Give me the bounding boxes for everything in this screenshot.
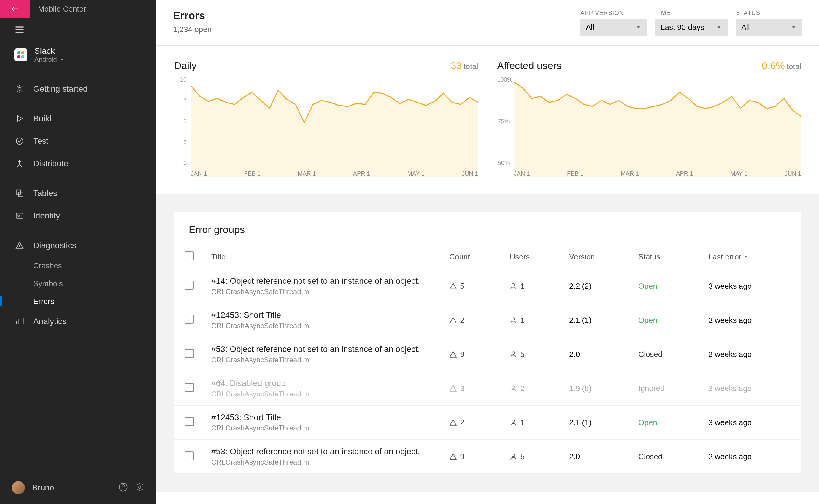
filter-bar: APP VERSION All TIME Last 90 days STATUS… [580, 9, 802, 36]
row-count: 9 [449, 452, 495, 461]
col-last[interactable]: Last error [701, 245, 801, 269]
filter-label-status: STATUS [736, 9, 802, 16]
filter-label-time: TIME [655, 9, 728, 16]
chevron-down-icon [716, 24, 722, 31]
col-version[interactable]: Version [562, 245, 631, 269]
row-checkbox[interactable] [185, 349, 194, 358]
back-button[interactable] [0, 0, 30, 18]
svg-rect-0 [17, 51, 20, 54]
sidebar-footer: Bruno [0, 471, 156, 504]
row-count: 5 [449, 282, 495, 291]
warning-icon [449, 419, 457, 426]
sidebar-sub-symbols[interactable]: Symbols [0, 275, 156, 292]
chart-affected-xaxis: JAN 1FEB 1MAR 1APR 1MAY 1JUN 1 [514, 170, 802, 177]
play-icon [15, 114, 24, 123]
svg-point-25 [512, 454, 515, 457]
app-title: Mobile Center [38, 4, 86, 14]
hamburger-icon [14, 24, 25, 35]
table-row[interactable]: #12453: Short TitleCRLCrashAsyncSafeThre… [174, 406, 801, 440]
row-last-error: 3 weeks ago [701, 406, 801, 440]
hamburger-button[interactable] [0, 18, 156, 42]
charts-strip: Daily 33total 107520 JAN 1FEB 1MAR 1APR … [156, 46, 819, 194]
row-checkbox[interactable] [185, 281, 194, 290]
row-title: #14: Object reference not set to an inst… [211, 276, 435, 286]
row-title: #12453: Short Title [211, 413, 435, 422]
row-subtitle: CRLCrashAsyncSafeThread.m [211, 322, 435, 330]
row-checkbox[interactable] [185, 451, 194, 460]
app-platform: Android [34, 56, 65, 63]
col-title[interactable]: Title [204, 245, 442, 269]
chevron-down-icon [59, 57, 65, 62]
svg-point-22 [512, 352, 515, 354]
error-groups-section: Error groups Title Count Users Version S… [156, 194, 819, 492]
svg-point-5 [16, 138, 23, 145]
svg-point-24 [512, 420, 515, 422]
row-version: 2.1 (1) [562, 303, 631, 337]
sidebar-sub-crashes[interactable]: Crashes [0, 257, 156, 275]
row-checkbox[interactable] [185, 417, 194, 426]
sidebar: Mobile Center Slack Android Getting star… [0, 0, 156, 504]
user-icon [509, 316, 517, 324]
chart-affected-value: 0.6%total [762, 60, 801, 71]
svg-point-4 [18, 87, 21, 90]
col-count[interactable]: Count [442, 245, 502, 269]
row-count: 3 [449, 384, 495, 393]
warning-icon [449, 282, 457, 290]
avatar[interactable] [12, 481, 25, 494]
row-subtitle: CRLCrashAsyncSafeThread.m [211, 356, 435, 364]
sun-icon [15, 84, 24, 93]
chevron-down-icon [791, 24, 797, 31]
chart-daily-xaxis: JAN 1FEB 1MAR 1APR 1MAY 1JUN 1 [191, 170, 478, 177]
distribute-icon [15, 159, 24, 168]
sidebar-item-tables[interactable]: Tables [0, 182, 156, 205]
chart-affected-plot [497, 76, 802, 177]
svg-rect-1 [21, 51, 24, 54]
sidebar-item-test[interactable]: Test [0, 130, 156, 152]
svg-rect-3 [21, 55, 24, 58]
app-selector[interactable]: Slack Android [0, 42, 156, 73]
help-button[interactable] [118, 482, 128, 493]
row-count: 2 [449, 316, 495, 325]
row-status: Open [631, 269, 701, 303]
table-row[interactable]: #64: Disabled groupCRLCrashAsyncSafeThre… [174, 371, 801, 406]
sidebar-item-diagnostics[interactable]: Diagnostics [0, 234, 156, 257]
row-version: 2.1 (1) [562, 406, 631, 440]
sidebar-item-distribute[interactable]: Distribute [0, 152, 156, 175]
table-row[interactable]: #53: Object reference not set to an inst… [174, 337, 801, 371]
filter-time[interactable]: Last 90 days [655, 19, 728, 36]
row-version: 2.2 (2) [562, 269, 631, 303]
svg-point-20 [512, 283, 515, 286]
user-icon [509, 453, 517, 460]
table-row[interactable]: #12453: Short TitleCRLCrashAsyncSafeThre… [174, 303, 801, 337]
col-status[interactable]: Status [631, 245, 701, 269]
error-groups-table: Title Count Users Version Status Last er… [174, 245, 801, 474]
col-users[interactable]: Users [502, 245, 562, 269]
filter-app-version[interactable]: All [580, 19, 647, 36]
chart-daily-plot [174, 76, 478, 177]
sidebar-item-identity[interactable]: Identity [0, 205, 156, 227]
table-row[interactable]: #53: Object reference not set to an inst… [174, 440, 801, 474]
sidebar-sub-errors[interactable]: Errors [0, 292, 156, 310]
page-subtitle: 1,234 open [173, 25, 212, 34]
row-status: Open [631, 303, 701, 337]
sidebar-item-getting-started[interactable]: Getting started [0, 78, 156, 100]
row-title: #12453: Short Title [211, 310, 435, 320]
svg-rect-2 [17, 55, 20, 58]
sidebar-item-analytics[interactable]: Analytics [0, 310, 156, 333]
filter-status[interactable]: All [736, 19, 802, 36]
row-users: 1 [509, 282, 555, 291]
gear-icon [135, 482, 144, 492]
table-row[interactable]: #14: Object reference not set to an inst… [174, 269, 801, 303]
row-subtitle: CRLCrashAsyncSafeThread.m [211, 390, 435, 398]
svg-point-9 [17, 215, 19, 217]
chart-daily-title: Daily [174, 60, 197, 71]
settings-button[interactable] [135, 482, 144, 493]
sidebar-item-build[interactable]: Build [0, 107, 156, 130]
row-users: 5 [509, 350, 555, 359]
row-status: Closed [631, 337, 701, 371]
back-arrow-icon [11, 5, 19, 13]
row-checkbox[interactable] [185, 315, 194, 324]
svg-point-23 [512, 386, 515, 388]
row-checkbox[interactable] [185, 383, 194, 392]
select-all-checkbox[interactable] [185, 251, 194, 260]
